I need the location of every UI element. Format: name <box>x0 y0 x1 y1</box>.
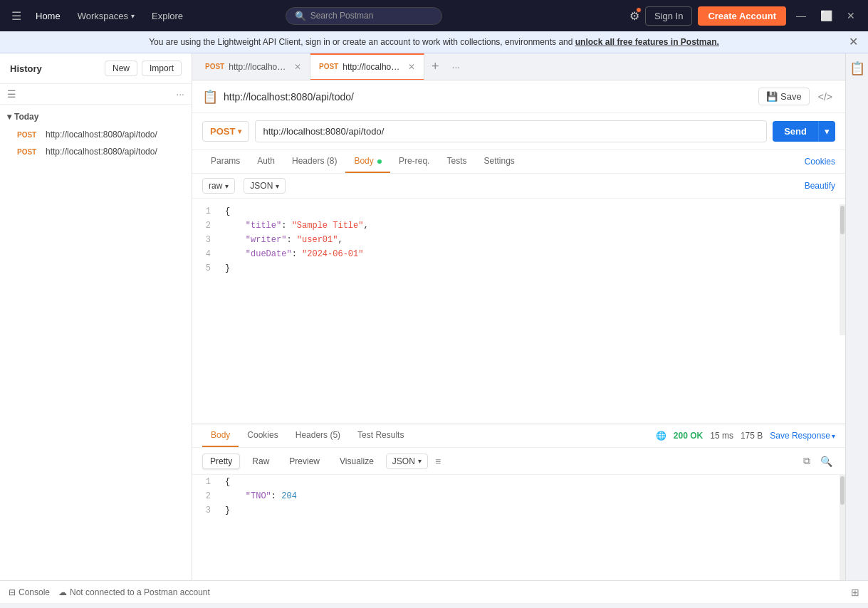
response-time: 15 ms <box>710 431 733 441</box>
nav-home-link[interactable]: Home <box>30 8 66 24</box>
body-format-select[interactable]: raw ▾ <box>202 178 235 194</box>
save-icon: 💾 <box>766 91 778 102</box>
sidebar: History New Import ☰ ··· ▾ Today POST ht… <box>0 53 192 580</box>
hamburger-menu-icon[interactable]: ☰ <box>9 6 24 26</box>
window-maximize-button[interactable]: ⬜ <box>816 7 837 24</box>
tab-auth[interactable]: Auth <box>249 150 283 173</box>
tab-settings[interactable]: Settings <box>475 150 523 173</box>
tab-url: http://localhost:8080/ap... <box>229 62 288 72</box>
history-item[interactable]: POST http://localhost:8080/api/todo/ <box>0 143 192 160</box>
response-line-numbers: 1 2 3 <box>192 475 218 580</box>
tab-params[interactable]: Params <box>202 150 249 173</box>
response-lang-select[interactable]: JSON ▾ <box>386 454 428 469</box>
response-code-content: { "TNO": 204 } <box>218 475 840 580</box>
history-url: http://localhost:8080/api/todo/ <box>46 147 157 157</box>
add-tab-button[interactable]: + <box>424 59 446 74</box>
tab-headers[interactable]: Headers (8) <box>283 150 345 173</box>
response-tab-test-results[interactable]: Test Results <box>349 424 412 447</box>
send-dropdown-button[interactable]: ▾ <box>818 121 835 142</box>
nav-explore-link[interactable]: Explore <box>146 8 189 24</box>
code-snippet-icon[interactable]: </> <box>815 88 835 105</box>
search-placeholder: Search Postman <box>310 11 374 21</box>
tab-1[interactable]: POST http://localhost:8080/ap... ✕ <box>197 53 310 80</box>
method-badge: POST <box>17 131 40 139</box>
code-content: { "title": "Sample Title", "writer": "us… <box>218 204 840 335</box>
cloud-icon: ☁ <box>58 587 67 597</box>
pretty-button[interactable]: Pretty <box>202 454 240 469</box>
window-close-button[interactable]: ✕ <box>842 7 859 24</box>
save-button[interactable]: 💾 Save <box>758 88 810 105</box>
body-area: raw ▾ JSON ▾ Beautify 1 2 3 4 5 { <box>192 174 845 424</box>
tab-prereq[interactable]: Pre-req. <box>390 150 438 173</box>
request-area: POST http://localhost:8080/ap... ✕ POST … <box>192 53 845 580</box>
visualize-button[interactable]: Visualize <box>332 454 382 469</box>
create-account-button[interactable]: Create Account <box>698 6 786 26</box>
import-button[interactable]: Import <box>142 61 182 76</box>
sidebar-header: History New Import <box>0 53 192 84</box>
beautify-button[interactable]: Beautify <box>805 181 835 191</box>
wrap-icon[interactable]: ≡ <box>432 453 444 470</box>
tab-close-icon[interactable]: ✕ <box>408 62 415 72</box>
request-body-editor[interactable]: 1 2 3 4 5 { "title": "Sample Title", "wr… <box>192 199 845 341</box>
sidebar-search-input[interactable] <box>21 89 172 99</box>
chevron-down-icon: ▾ <box>418 457 422 465</box>
account-status[interactable]: ☁ Not connected to a Postman account <box>58 587 210 597</box>
globe-icon: 🌐 <box>656 431 666 441</box>
tab-close-icon[interactable]: ✕ <box>294 62 301 72</box>
method-select[interactable]: POST ▾ <box>202 121 249 142</box>
tabs-more-button[interactable]: ··· <box>446 61 466 73</box>
body-toolbar: raw ▾ JSON ▾ Beautify <box>192 174 845 199</box>
send-button[interactable]: Send <box>773 121 818 142</box>
save-response-button[interactable]: Save Response ▾ <box>770 431 835 441</box>
copy-icon[interactable]: ⧉ <box>800 452 813 470</box>
new-button[interactable]: New <box>105 61 137 76</box>
line-numbers: 1 2 3 4 5 <box>192 204 218 335</box>
tab-body[interactable]: Body <box>345 150 390 173</box>
history-item[interactable]: POST http://localhost:8080/api/todo/ <box>0 126 192 143</box>
request-header: 📋 http://localhost:8080/api/todo/ 💾 Save… <box>192 80 845 113</box>
status-code: 200 OK <box>674 431 703 441</box>
preview-button[interactable]: Preview <box>281 454 328 469</box>
console-button[interactable]: ⊟ Console <box>9 587 50 597</box>
response-scrollbar[interactable] <box>840 475 845 580</box>
expand-icon[interactable]: ⊞ <box>851 587 859 598</box>
window-minimize-button[interactable]: — <box>792 7 810 24</box>
response-area: Body Cookies Headers (5) Test Results 🌐 … <box>192 424 845 580</box>
chevron-down-icon: ▾ <box>7 112 11 122</box>
url-input[interactable] <box>255 120 767 142</box>
code-line: "title": "Sample Title", <box>225 219 832 233</box>
tabs-bar: POST http://localhost:8080/ap... ✕ POST … <box>192 53 845 80</box>
global-search[interactable]: 🔍 Search Postman <box>286 7 442 25</box>
cookies-link[interactable]: Cookies <box>805 157 835 167</box>
request-type-icon: 📋 <box>202 89 218 105</box>
response-tabs-row: Body Cookies Headers (5) Test Results 🌐 … <box>192 424 845 448</box>
today-group-header[interactable]: ▾ Today <box>0 108 192 126</box>
right-panel-icon[interactable]: 📋 <box>849 61 865 76</box>
tab-url: http://localhost:8080/ap... <box>343 62 402 72</box>
banner-link[interactable]: unlock all free features in Postman. <box>575 37 719 47</box>
sidebar-title: History <box>10 63 42 74</box>
settings-gear-icon[interactable]: ⚙ <box>629 9 639 23</box>
search-icon[interactable]: 🔍 <box>817 453 835 470</box>
response-size: 175 B <box>741 431 763 441</box>
response-body-viewer: 1 2 3 { "TNO": 204 } <box>192 475 845 580</box>
body-lang-select[interactable]: JSON ▾ <box>244 178 286 194</box>
top-navigation: ☰ Home Workspaces ▾ Explore 🔍 Search Pos… <box>0 0 868 31</box>
sidebar-more-icon[interactable]: ··· <box>176 88 184 100</box>
tab-tests[interactable]: Tests <box>438 150 475 173</box>
signin-button[interactable]: Sign In <box>645 6 692 26</box>
response-tab-headers[interactable]: Headers (5) <box>287 424 349 447</box>
chevron-down-icon: ▾ <box>225 182 229 190</box>
tab-2[interactable]: POST http://localhost:8080/ap... ✕ <box>310 53 424 80</box>
nav-workspaces-link[interactable]: Workspaces ▾ <box>72 8 140 24</box>
editor-scrollbar[interactable] <box>840 204 845 335</box>
body-dot-indicator <box>377 159 382 164</box>
raw-button[interactable]: Raw <box>244 454 277 469</box>
chevron-down-icon: ▾ <box>276 182 279 190</box>
tab-method-badge: POST <box>205 63 224 70</box>
banner-close-button[interactable]: ✕ <box>849 36 858 48</box>
sidebar-actions: New Import <box>105 61 182 76</box>
response-tab-body[interactable]: Body <box>202 424 239 447</box>
response-tab-cookies[interactable]: Cookies <box>239 424 286 447</box>
search-icon: 🔍 <box>295 11 306 21</box>
